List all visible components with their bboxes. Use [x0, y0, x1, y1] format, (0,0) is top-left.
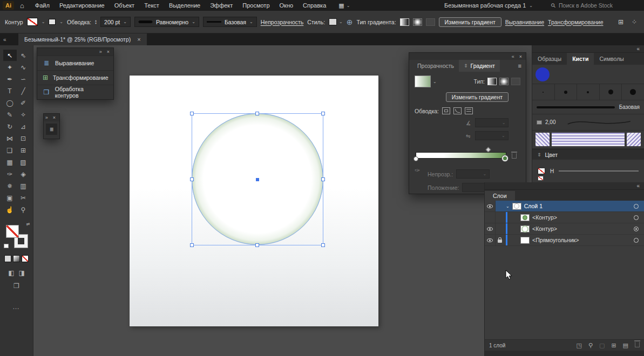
zoom-tool[interactable]: ⚲: [17, 204, 30, 215]
line-tool[interactable]: ╱: [17, 85, 30, 97]
gradient-midpoint-stop[interactable]: [486, 147, 491, 153]
brush-item-pattern[interactable]: [532, 131, 644, 149]
gradient-radial-button[interactable]: [413, 18, 422, 26]
brush-definition-dropdown[interactable]: Базовая ⌄: [203, 17, 257, 27]
swap-fill-stroke-icon[interactable]: ⇄: [26, 222, 30, 227]
gradient-linear-button[interactable]: [487, 78, 497, 85]
gradient-ramp[interactable]: [416, 152, 506, 159]
illustrator-logo[interactable]: Ai: [3, 1, 14, 10]
gradient-stop-white[interactable]: [413, 156, 418, 161]
menu-file[interactable]: Файл: [30, 2, 55, 9]
layer-thumbnail[interactable]: [512, 203, 521, 210]
gradient-mode-button[interactable]: [13, 255, 20, 262]
layer-name[interactable]: <Контур>: [532, 214, 557, 221]
free-transform-tool[interactable]: ⊡: [17, 133, 30, 144]
panel-menu-icon[interactable]: ≡: [518, 63, 521, 69]
selection-tool[interactable]: ↖: [3, 50, 17, 61]
selection-handle[interactable]: [255, 112, 259, 115]
width-tool[interactable]: ⋈: [3, 133, 17, 144]
pencil-tool[interactable]: ✎: [3, 109, 17, 120]
menu-help[interactable]: Справка: [298, 2, 331, 9]
screen-mode-icon[interactable]: ❐: [13, 282, 19, 290]
visibility-toggle[interactable]: [485, 223, 496, 234]
draw-normal-icon[interactable]: ◧: [8, 269, 14, 277]
stroke-along-icon[interactable]: [453, 107, 462, 114]
brush-item-calligraphic[interactable]: [532, 84, 555, 100]
visibility-toggle[interactable]: [485, 235, 496, 245]
default-colors-icon[interactable]: [4, 244, 9, 248]
stroke-color-swatch[interactable]: [49, 19, 56, 25]
layer-row-path-white[interactable]: <Контур>: [485, 223, 644, 235]
align-options-icon[interactable]: ⊞: [618, 18, 623, 26]
toolbar-collapse-icon[interactable]: «: [0, 37, 18, 45]
blend-tool[interactable]: ◈: [17, 168, 30, 180]
menu-object[interactable]: Объект: [110, 2, 139, 9]
shaper-tool[interactable]: ✧: [17, 109, 30, 120]
arrange-documents-button[interactable]: ▦ ⌄: [338, 2, 350, 9]
tab-layers[interactable]: Слои: [485, 191, 515, 201]
tab-swatches[interactable]: Образцы: [532, 53, 567, 65]
collect-for-export-icon[interactable]: ◳: [577, 342, 582, 349]
selection-handle[interactable]: [321, 243, 325, 247]
tab-gradient[interactable]: ⇕ Градиент: [459, 60, 500, 72]
stroke-profile-dropdown[interactable]: Равномерно ⌄: [134, 17, 199, 27]
magic-wand-tool[interactable]: ✦: [3, 61, 17, 73]
gradient-linear-button[interactable]: [400, 18, 409, 26]
artboard-tool[interactable]: ▣: [3, 192, 17, 203]
type-tool[interactable]: T: [3, 85, 17, 97]
workspace-switcher[interactable]: Безымянная рабочая среда 1 ⌄: [444, 2, 533, 9]
hue-slider[interactable]: [559, 170, 639, 172]
symbol-sprayer-tool[interactable]: ✵: [3, 180, 17, 191]
transform-panel-row[interactable]: ⊞ Трансформирование: [37, 70, 113, 85]
edit-gradient-button[interactable]: Изменить градиент: [446, 92, 509, 102]
search-input[interactable]: [559, 2, 630, 9]
panel-menu-button[interactable]: ≡: [46, 124, 57, 135]
color-fill-stroke-indicator[interactable]: [538, 168, 545, 174]
menu-text[interactable]: Текст: [139, 2, 164, 9]
target-circle-icon[interactable]: [634, 204, 639, 209]
column-graph-tool[interactable]: ▥: [17, 180, 30, 191]
selection-handle[interactable]: [190, 243, 194, 247]
gradient-slider[interactable]: [416, 149, 518, 162]
delete-stop-icon[interactable]: [512, 153, 517, 159]
eyedropper-tool[interactable]: ✑: [3, 168, 17, 180]
layer-row-path-green[interactable]: <Контур>: [485, 212, 644, 223]
stroke-within-icon[interactable]: [442, 107, 450, 114]
layer-row-rectangle[interactable]: <Прямоугольник>: [485, 235, 644, 246]
shape-builder-tool[interactable]: ❑: [3, 145, 17, 156]
stepper-down-icon[interactable]: ▾: [95, 22, 97, 25]
panel-expand-icon[interactable]: »: [99, 49, 102, 54]
direct-selection-tool[interactable]: ⇖: [17, 50, 30, 61]
curvature-tool[interactable]: ∽: [17, 73, 30, 85]
panel-collapse-icon[interactable]: «: [512, 54, 514, 59]
style-dropdown[interactable]: ⌄: [329, 18, 343, 25]
eyedropper-icon[interactable]: ✑: [415, 167, 420, 174]
panel-expand-icon[interactable]: »: [45, 115, 48, 120]
pen-tool[interactable]: ✒: [3, 73, 17, 85]
none-swatch[interactable]: [538, 176, 544, 181]
panel-close-icon[interactable]: ×: [53, 115, 56, 120]
edit-gradient-button[interactable]: Изменить градиент: [439, 17, 501, 27]
chevron-down-icon[interactable]: ⌄: [433, 79, 437, 84]
perspective-grid-tool[interactable]: ⊞: [17, 145, 30, 156]
menu-select[interactable]: Выделение: [164, 2, 205, 9]
selection-handle[interactable]: [190, 112, 194, 115]
brush-item-width[interactable]: 2,00: [532, 114, 644, 131]
brush-item-calligraphic[interactable]: [600, 84, 622, 100]
slice-tool[interactable]: ✂: [17, 192, 30, 203]
tab-symbols[interactable]: Символы: [594, 53, 629, 65]
color-mode-button[interactable]: [4, 255, 11, 262]
scale-tool[interactable]: ⊿: [17, 121, 30, 132]
dock-collapse-icon[interactable]: «: [636, 183, 640, 189]
tab-brushes[interactable]: Кисти: [567, 53, 594, 65]
gradient-tool[interactable]: ▧: [17, 156, 30, 168]
menu-view[interactable]: Просмотр: [238, 2, 274, 9]
layer-name[interactable]: <Контур>: [532, 225, 557, 232]
chevron-down-icon[interactable]: ⌄: [42, 19, 45, 24]
brush-item-calligraphic[interactable]: [555, 84, 578, 100]
stroke-width-field[interactable]: 200 pt ⌄: [100, 17, 131, 27]
globe-icon[interactable]: ⊕: [347, 18, 353, 26]
target-circle-icon[interactable]: [634, 227, 639, 231]
brush-item-calligraphic[interactable]: [622, 84, 644, 100]
layer-name[interactable]: <Прямоугольник>: [532, 237, 579, 243]
